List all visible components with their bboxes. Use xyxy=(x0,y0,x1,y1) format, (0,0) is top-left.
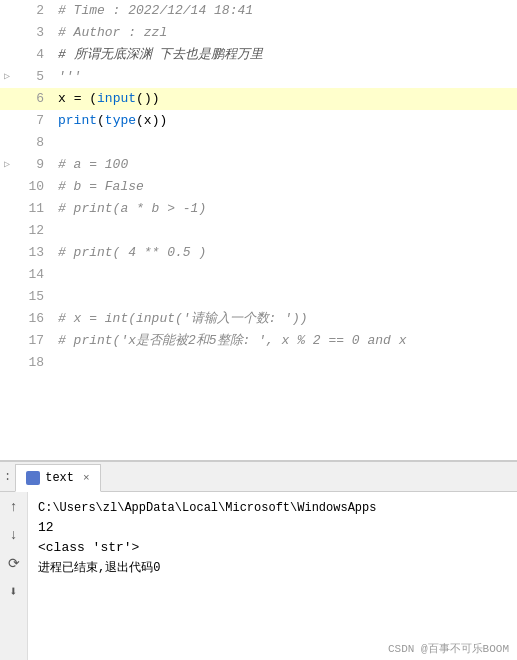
code-line-5: ▷5''' xyxy=(0,66,517,88)
line-content-4[interactable]: # 所谓无底深渊 下去也是鹏程万里 xyxy=(54,44,517,66)
code-line-11: 11# print(a * b > -1) xyxy=(0,198,517,220)
colon-prefix: : xyxy=(4,470,11,484)
line-number-3: 3 xyxy=(14,22,54,44)
scroll-down-button[interactable]: ↓ xyxy=(3,524,25,546)
line-number-15: 15 xyxy=(14,286,54,308)
line-content-13[interactable]: # print( 4 ** 0.5 ) xyxy=(54,242,517,264)
tab-close-button[interactable]: × xyxy=(83,472,90,484)
code-line-2: 2# Time : 2022/12/14 18:41 xyxy=(0,0,517,22)
code-line-4: 4# 所谓无底深渊 下去也是鹏程万里 xyxy=(0,44,517,66)
line-content-11[interactable]: # print(a * b > -1) xyxy=(54,198,517,220)
terminal-content[interactable]: C:\Users\zl\AppData\Local\Microsoft\Wind… xyxy=(28,492,517,660)
terminal-output-2: <class 'str'> xyxy=(38,538,507,558)
code-lines: 2# Time : 2022/12/14 18:413# Author : zz… xyxy=(0,0,517,460)
line-number-10: 10 xyxy=(14,176,54,198)
tab-icon xyxy=(26,471,40,485)
watermark: CSDN @百事不可乐BOOM xyxy=(388,641,509,656)
line-content-3[interactable]: # Author : zzl xyxy=(54,22,517,44)
line-number-4: 4 xyxy=(14,44,54,66)
gutter-icon-5[interactable]: ▷ xyxy=(0,66,14,88)
line-content-17[interactable]: # print('x是否能被2和5整除: ', x % 2 == 0 and x xyxy=(54,330,517,352)
code-line-15: 15 xyxy=(0,286,517,308)
code-line-6: 6x = (input()) xyxy=(0,88,517,110)
line-number-11: 11 xyxy=(14,198,54,220)
code-line-3: 3# Author : zzl xyxy=(0,22,517,44)
rerun-button[interactable]: ⟳ xyxy=(3,552,25,574)
line-number-17: 17 xyxy=(14,330,54,352)
line-number-16: 16 xyxy=(14,308,54,330)
line-content-7[interactable]: print(type(x)) xyxy=(54,110,517,132)
line-number-5: 5 xyxy=(14,66,54,88)
line-number-12: 12 xyxy=(14,220,54,242)
terminal-toolbar: ↑ ↓ ⟳ ⬇ xyxy=(0,492,28,660)
code-line-17: 17# print('x是否能被2和5整除: ', x % 2 == 0 and… xyxy=(0,330,517,352)
terminal-output-1: 12 xyxy=(38,518,507,538)
code-line-10: 10# b = False xyxy=(0,176,517,198)
line-content-10[interactable]: # b = False xyxy=(54,176,517,198)
line-number-2: 2 xyxy=(14,0,54,22)
code-line-7: 7print(type(x)) xyxy=(0,110,517,132)
line-number-7: 7 xyxy=(14,110,54,132)
line-number-14: 14 xyxy=(14,264,54,286)
code-line-8: 8 xyxy=(0,132,517,154)
code-line-12: 12 xyxy=(0,220,517,242)
line-number-13: 13 xyxy=(14,242,54,264)
gutter-icon-9[interactable]: ▷ xyxy=(0,154,14,176)
editor-area: 2# Time : 2022/12/14 18:413# Author : zz… xyxy=(0,0,517,460)
line-number-6: 6 xyxy=(14,88,54,110)
tab-label: text xyxy=(45,471,74,485)
stop-button[interactable]: ⬇ xyxy=(3,580,25,602)
code-line-14: 14 xyxy=(0,264,517,286)
line-number-8: 8 xyxy=(14,132,54,154)
terminal-exit: 进程已结束,退出代码0 xyxy=(38,558,507,578)
line-number-18: 18 xyxy=(14,352,54,374)
terminal-area: ↑ ↓ ⟳ ⬇ C:\Users\zl\AppData\Local\Micros… xyxy=(0,492,517,660)
code-line-18: 18 xyxy=(0,352,517,374)
line-number-9: 9 xyxy=(14,154,54,176)
scroll-up-button[interactable]: ↑ xyxy=(3,496,25,518)
code-line-16: 16# x = int(input('请输入一个数: ')) xyxy=(0,308,517,330)
line-content-9[interactable]: # a = 100 xyxy=(54,154,517,176)
terminal-path-line: C:\Users\zl\AppData\Local\Microsoft\Wind… xyxy=(38,498,507,518)
tab-bar: : text × xyxy=(0,462,517,492)
code-line-13: 13# print( 4 ** 0.5 ) xyxy=(0,242,517,264)
tab-text[interactable]: text × xyxy=(15,464,100,492)
line-content-16[interactable]: # x = int(input('请输入一个数: ')) xyxy=(54,308,517,330)
line-content-2[interactable]: # Time : 2022/12/14 18:41 xyxy=(54,0,517,22)
bottom-panel: : text × ↑ ↓ ⟳ ⬇ C:\Users\zl\AppData\Loc… xyxy=(0,460,517,660)
line-content-5[interactable]: ''' xyxy=(54,66,517,88)
code-line-9: ▷9# a = 100 xyxy=(0,154,517,176)
line-content-6[interactable]: x = (input()) xyxy=(54,88,517,110)
